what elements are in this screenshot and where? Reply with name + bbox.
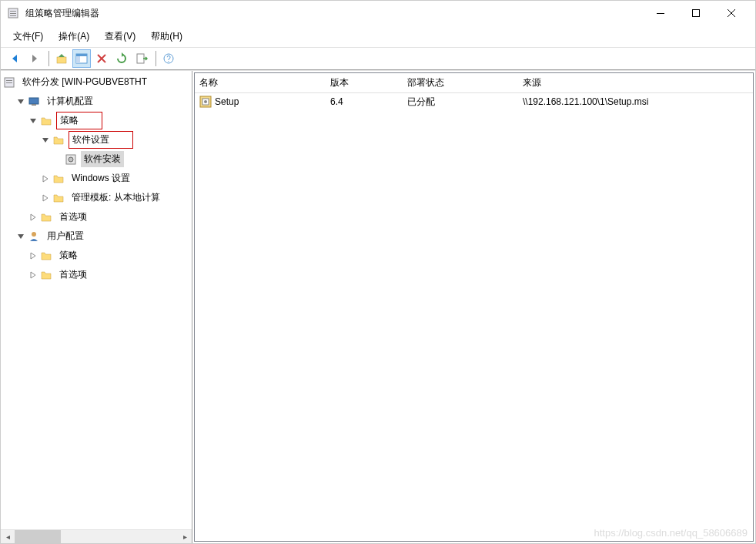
- cell-status: 已分配: [403, 94, 518, 110]
- watermark: https://blog.csdn.net/qq_58606689: [594, 527, 748, 539]
- menu-view[interactable]: 查看(V): [99, 27, 142, 46]
- scroll-thumb[interactable]: [15, 530, 61, 543]
- tree-label: 软件分发 [WIN-PGUBVE8THT: [19, 74, 150, 90]
- policy-icon: [2, 76, 16, 89]
- tree-label: 软件安装: [81, 151, 124, 167]
- tree-software-settings[interactable]: 软件设置: [1, 130, 192, 149]
- user-icon: [27, 230, 41, 243]
- app-icon: [7, 7, 19, 19]
- list-body: Setup 6.4 已分配 \\192.168.121.100\1\Setup.…: [195, 93, 753, 541]
- maximize-button[interactable]: [678, 2, 714, 25]
- back-button[interactable]: [5, 49, 24, 68]
- tree-admin-templates[interactable]: 管理模板: 从本地计算: [1, 188, 192, 207]
- menu-file[interactable]: 文件(F): [7, 27, 49, 46]
- tree-windows-settings[interactable]: Windows 设置: [1, 169, 192, 188]
- cell-name: Setup: [195, 94, 326, 109]
- tree-label: 首选项: [56, 267, 90, 283]
- tree-computer-config[interactable]: 计算机配置: [1, 92, 192, 111]
- column-name[interactable]: 名称: [195, 73, 326, 92]
- expand-icon[interactable]: [27, 211, 39, 223]
- show-hide-tree-button[interactable]: [72, 49, 91, 68]
- up-button[interactable]: [52, 49, 71, 68]
- scroll-right-button[interactable]: ▸: [178, 530, 192, 543]
- tree-root[interactable]: 软件分发 [WIN-PGUBVE8THT: [1, 72, 192, 92]
- svg-rect-19: [6, 82, 12, 83]
- toolbar-separator: [49, 51, 49, 66]
- delete-button[interactable]: [92, 49, 111, 68]
- svg-point-27: [204, 100, 207, 103]
- expand-icon[interactable]: [39, 173, 52, 185]
- tree-user-config[interactable]: 用户配置: [1, 227, 192, 246]
- window-title: 组策略管理编辑器: [25, 7, 643, 20]
- tree-label: 管理模板: 从本地计算: [69, 190, 163, 206]
- list-pane: 名称 版本 部署状态 来源 Setup 6.4 已分配 \\192.168.12…: [194, 72, 754, 542]
- close-button[interactable]: [714, 2, 749, 25]
- scroll-left-button[interactable]: ◂: [1, 530, 15, 543]
- computer-icon: [27, 96, 41, 108]
- column-version[interactable]: 版本: [326, 73, 403, 92]
- export-button[interactable]: [132, 49, 151, 68]
- tree-label: 软件设置: [69, 131, 133, 149]
- cell-name-text: Setup: [215, 96, 239, 107]
- menu-bar: 文件(F) 操作(A) 查看(V) 帮助(H): [1, 25, 755, 47]
- tree-preferences[interactable]: 首选项: [1, 207, 192, 227]
- svg-point-23: [69, 157, 73, 162]
- svg-text:?: ?: [166, 55, 171, 63]
- tree[interactable]: 软件分发 [WIN-PGUBVE8THT 计算机配置 策略 软件设置 软件安装: [1, 71, 192, 529]
- tree-preferences-user[interactable]: 首选项: [1, 265, 192, 284]
- scroll-track[interactable]: [15, 530, 178, 543]
- expand-icon[interactable]: [27, 269, 39, 281]
- folder-icon: [52, 134, 65, 146]
- svg-rect-8: [57, 57, 66, 63]
- forward-button[interactable]: [25, 49, 44, 68]
- svg-rect-5: [693, 10, 700, 17]
- tree-software-install[interactable]: 软件安装: [1, 149, 192, 169]
- tree-label: 策略: [56, 247, 81, 264]
- refresh-button[interactable]: [112, 49, 131, 68]
- column-status[interactable]: 部署状态: [403, 73, 518, 92]
- installer-icon: [64, 153, 78, 166]
- folder-icon: [39, 211, 53, 223]
- svg-rect-4: [657, 13, 664, 14]
- help-button[interactable]: ?: [159, 49, 178, 68]
- collapse-icon[interactable]: [15, 230, 27, 243]
- svg-rect-18: [6, 80, 12, 81]
- minimize-button[interactable]: [643, 2, 678, 25]
- menu-help[interactable]: 帮助(H): [145, 27, 189, 46]
- window-controls: [643, 2, 749, 25]
- tree-policies[interactable]: 策略: [1, 111, 192, 130]
- svg-rect-3: [10, 15, 16, 16]
- msi-icon: [199, 96, 212, 108]
- folder-icon: [39, 250, 53, 262]
- expand-icon[interactable]: [27, 250, 39, 262]
- tree-pane: 软件分发 [WIN-PGUBVE8THT 计算机配置 策略 软件设置 软件安装: [1, 71, 192, 543]
- collapse-icon[interactable]: [15, 96, 27, 108]
- svg-rect-11: [76, 56, 80, 63]
- title-bar: 组策略管理编辑器: [1, 1, 755, 25]
- folder-icon: [39, 269, 53, 281]
- svg-rect-14: [137, 54, 144, 63]
- svg-rect-1: [10, 11, 16, 12]
- tree-label: 用户配置: [44, 228, 87, 244]
- svg-rect-21: [32, 104, 36, 106]
- cell-version: 6.4: [326, 95, 403, 109]
- svg-rect-20: [29, 98, 38, 104]
- tree-label: 首选项: [56, 209, 90, 225]
- main-area: 软件分发 [WIN-PGUBVE8THT 计算机配置 策略 软件设置 软件安装: [1, 70, 755, 543]
- tree-label: 计算机配置: [44, 93, 96, 109]
- folder-icon: [39, 115, 53, 127]
- collapse-icon[interactable]: [27, 115, 39, 127]
- toolbar-separator: [156, 51, 156, 66]
- cell-source: \\192.168.121.100\1\Setup.msi: [518, 95, 753, 109]
- menu-action[interactable]: 操作(A): [52, 27, 95, 46]
- svg-rect-10: [76, 54, 87, 56]
- list-item[interactable]: Setup 6.4 已分配 \\192.168.121.100\1\Setup.…: [195, 93, 753, 110]
- tree-policies-user[interactable]: 策略: [1, 246, 192, 265]
- column-source[interactable]: 来源: [518, 73, 753, 92]
- collapse-icon[interactable]: [39, 134, 52, 146]
- toolbar: ?: [1, 47, 755, 70]
- folder-icon: [52, 173, 65, 185]
- horizontal-scrollbar[interactable]: ◂ ▸: [1, 529, 192, 543]
- list-header: 名称 版本 部署状态 来源: [195, 73, 753, 93]
- expand-icon[interactable]: [39, 192, 52, 204]
